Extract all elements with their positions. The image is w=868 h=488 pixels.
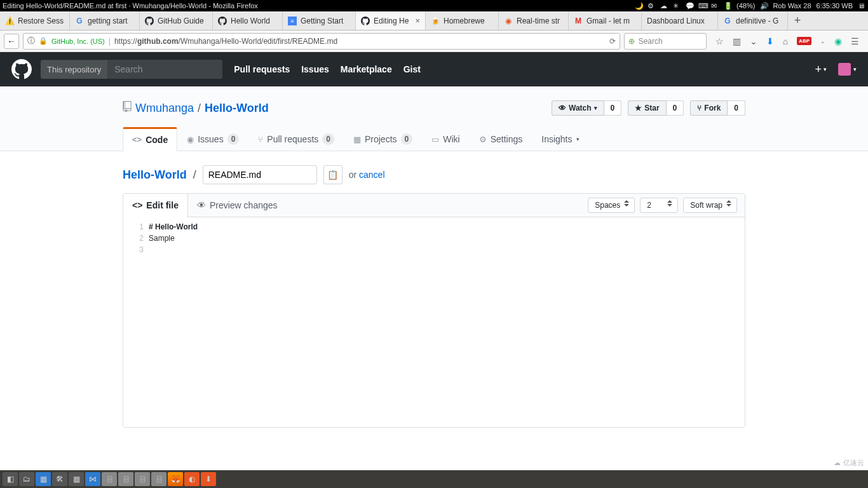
nav-issues[interactable]: Issues bbox=[301, 64, 329, 74]
browser-tab[interactable]: ≡ Getting Start bbox=[283, 11, 356, 30]
show-desktop-icon[interactable]: ◧ bbox=[3, 472, 18, 486]
fork-button[interactable]: ⑂Fork bbox=[690, 100, 728, 116]
browser-tab[interactable]: G getting start bbox=[70, 11, 140, 30]
tab-label: Editing He bbox=[374, 17, 409, 25]
library-icon[interactable]: ▥ bbox=[733, 36, 741, 46]
info-icon[interactable]: ⓘ bbox=[27, 36, 35, 46]
battery-text: (48%) bbox=[736, 2, 755, 10]
user-menu[interactable]: ▾ bbox=[838, 63, 857, 76]
watch-count[interactable]: 0 bbox=[604, 100, 622, 116]
drive-icon[interactable]: ⌸ bbox=[135, 472, 150, 486]
overflow-icon[interactable]: ⌄ bbox=[820, 38, 825, 44]
url-bar[interactable]: ⓘ 🔒 GitHub, Inc. (US) | https://github.c… bbox=[23, 33, 620, 50]
star-button[interactable]: ★Star bbox=[628, 100, 666, 116]
grammarly-icon[interactable]: ◉ bbox=[834, 36, 842, 46]
menu-icon[interactable]: ☰ bbox=[851, 36, 859, 46]
owner-link[interactable]: Wmuhanga bbox=[135, 102, 194, 115]
app-icon[interactable]: ▦ bbox=[36, 472, 51, 486]
code-editor[interactable]: 1 2 3 # Hello-World Sample bbox=[123, 217, 745, 427]
create-new-dropdown[interactable]: +▾ bbox=[815, 63, 827, 76]
indent-mode-select[interactable]: Spaces bbox=[588, 198, 635, 213]
pr-icon: ⑂ bbox=[258, 135, 263, 144]
line-gutter: 1 2 3 bbox=[123, 217, 149, 427]
editor-box: <>Edit file 👁Preview changes Spaces 2 So… bbox=[123, 193, 745, 428]
tab-projects[interactable]: ▦Projects0 bbox=[344, 127, 422, 151]
nav-marketplace[interactable]: Marketplace bbox=[341, 64, 392, 74]
drive-icon[interactable]: ⌸ bbox=[151, 472, 166, 486]
breadcrumb-repo[interactable]: Hello-World bbox=[123, 168, 187, 182]
app-icon[interactable]: ▦ bbox=[69, 472, 84, 486]
browser-tab[interactable]: Hello World bbox=[213, 11, 283, 30]
files-icon[interactable]: 🗂 bbox=[19, 472, 34, 486]
fork-count[interactable]: 0 bbox=[728, 100, 745, 116]
clipboard-button[interactable]: 📋 bbox=[323, 165, 342, 184]
github-search[interactable]: This repository bbox=[41, 60, 222, 79]
url-text: https://github.com/Wmuhanga/Hello-World/… bbox=[114, 37, 337, 46]
tab-label: Getting Start bbox=[301, 17, 343, 25]
code-icon: <> bbox=[132, 200, 142, 210]
tray-icon: ✳ bbox=[673, 2, 681, 10]
browser-tab[interactable]: Dashboard Linux bbox=[642, 11, 718, 30]
tab-label: Gmail - let m bbox=[587, 17, 630, 25]
or-cancel: or cancel bbox=[349, 170, 385, 180]
drive-icon[interactable]: ⌸ bbox=[102, 472, 117, 486]
filename-input[interactable] bbox=[203, 165, 317, 184]
tab-issues[interactable]: ◉Issues0 bbox=[177, 127, 248, 151]
github-logo-icon[interactable] bbox=[11, 59, 32, 79]
tools-icon[interactable]: 🛠 bbox=[52, 472, 67, 486]
google-icon: G bbox=[75, 17, 84, 25]
downloads-icon[interactable]: ⬇ bbox=[766, 36, 774, 46]
watermark: ☁ 亿速云 bbox=[834, 458, 864, 468]
preview-changes-tab[interactable]: 👁Preview changes bbox=[188, 194, 287, 217]
edit-file-tab[interactable]: <>Edit file bbox=[123, 194, 188, 217]
star-count[interactable]: 0 bbox=[667, 100, 684, 116]
user-date: Rob Wax 28 bbox=[773, 2, 811, 10]
close-tab-icon[interactable]: × bbox=[415, 16, 420, 25]
browser-tab-active[interactable]: Editing He × bbox=[356, 11, 426, 30]
tab-pull-requests[interactable]: ⑂Pull requests0 bbox=[248, 127, 344, 151]
browser-tab[interactable]: ◉ Real-time str bbox=[499, 11, 569, 30]
reload-button[interactable]: ⟳ bbox=[609, 37, 616, 46]
nav-gist[interactable]: Gist bbox=[403, 64, 421, 74]
bookmark-star-icon[interactable]: ☆ bbox=[715, 36, 724, 46]
pocket-icon[interactable]: ⌄ bbox=[750, 36, 757, 46]
github-search-input[interactable] bbox=[108, 60, 222, 79]
code-content[interactable]: # Hello-World Sample bbox=[149, 217, 198, 427]
browser-tab[interactable]: ⚠️ Restore Sess bbox=[0, 11, 70, 30]
tab-label: Restore Sess bbox=[18, 17, 64, 25]
app-icon[interactable]: ◐ bbox=[184, 472, 200, 486]
browser-tabstrip: ⚠️ Restore Sess G getting start GitHub G… bbox=[0, 11, 868, 30]
new-tab-button[interactable]: + bbox=[788, 11, 807, 30]
tab-insights[interactable]: Insights▾ bbox=[532, 127, 588, 151]
browser-search[interactable]: ⊕ Search bbox=[624, 33, 707, 50]
back-button[interactable]: ← bbox=[4, 34, 19, 49]
drive-icon[interactable]: ⌸ bbox=[118, 472, 133, 486]
home-icon[interactable]: ⌂ bbox=[783, 36, 788, 46]
tab-settings[interactable]: ⚙Settings bbox=[470, 127, 532, 151]
app-icon[interactable]: ⬇ bbox=[201, 472, 216, 486]
firefox-icon[interactable]: 🦊 bbox=[168, 472, 183, 486]
os-title-bar: Editing Hello-World/README.md at first ·… bbox=[0, 0, 868, 11]
google-icon: G bbox=[723, 17, 732, 25]
repo-link[interactable]: Hello-World bbox=[205, 102, 269, 114]
tab-code[interactable]: <>Code bbox=[123, 127, 177, 151]
repo-icon bbox=[123, 101, 132, 116]
abp-icon[interactable]: ABP bbox=[797, 37, 811, 45]
browser-tab[interactable]: GitHub Guide bbox=[140, 11, 213, 30]
watch-button[interactable]: 👁Watch▾ bbox=[552, 100, 604, 116]
os-taskbar: ◧ 🗂 ▦ 🛠 ▦ ⋈ ⌸ ⌸ ⌸ ⌸ 🦊 ◐ ⬇ bbox=[0, 470, 868, 488]
wrap-mode-select[interactable]: Soft wrap bbox=[683, 198, 737, 213]
cancel-link[interactable]: cancel bbox=[359, 170, 384, 180]
github-icon bbox=[218, 17, 227, 25]
browser-tab[interactable]: M Gmail - let m bbox=[569, 11, 642, 30]
browser-tab[interactable]: G definitive - G bbox=[718, 11, 788, 30]
indent-size-select[interactable]: 2 bbox=[640, 198, 678, 213]
tab-wiki[interactable]: ▭Wiki bbox=[422, 127, 469, 151]
vscode-icon[interactable]: ⋈ bbox=[85, 472, 100, 486]
warn-icon: ⚠️ bbox=[5, 17, 14, 25]
nav-pull-requests[interactable]: Pull requests bbox=[234, 64, 290, 74]
file-editor-area: Hello-World / 📋 or cancel <>Edit file 👁P… bbox=[123, 151, 745, 428]
browser-tab[interactable]: 🍺 Homebrewe bbox=[426, 11, 499, 30]
eye-icon: 👁 bbox=[197, 200, 206, 210]
gmail-icon: M bbox=[574, 17, 583, 25]
